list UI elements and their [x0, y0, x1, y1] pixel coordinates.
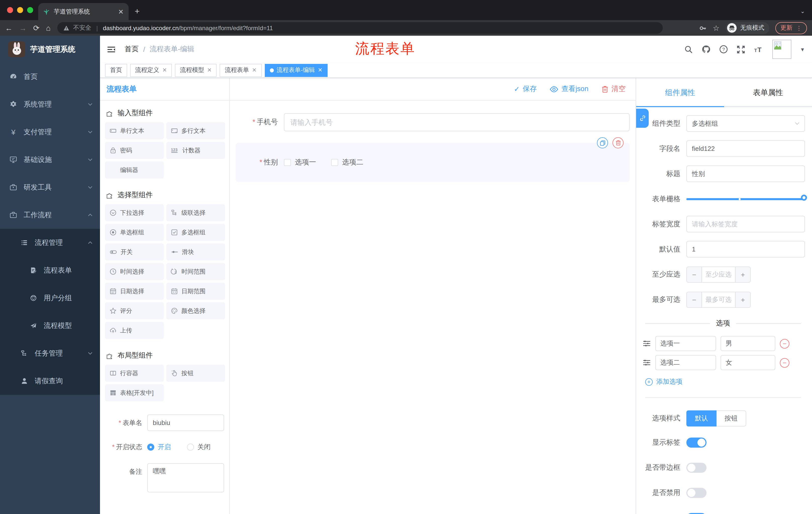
chip-single-line-text[interactable]: 单行文本: [105, 122, 164, 139]
title-input[interactable]: [686, 165, 805, 182]
chip-table[interactable]: 表格[开发中]: [105, 384, 164, 401]
chip-time-select[interactable]: 时间选择: [105, 263, 164, 280]
avatar-caret-icon[interactable]: ▼: [800, 47, 805, 52]
chip-multi-line-text[interactable]: 多行文本: [166, 122, 225, 139]
option2-label-input[interactable]: [655, 355, 716, 370]
save-button[interactable]: ✓ 保存: [514, 84, 536, 93]
status-off-label[interactable]: 关闭: [198, 442, 210, 452]
tag-process-model[interactable]: 流程模型 ✕: [175, 64, 216, 77]
chip-radio-group[interactable]: 单选框组: [105, 224, 164, 241]
style-button-button[interactable]: 按钮: [717, 410, 746, 426]
tag-process-form-edit[interactable]: 流程表单-编辑 ✕: [265, 64, 327, 77]
sidebar-item-user-group[interactable]: 用户分组: [0, 284, 100, 312]
status-on-radio[interactable]: [147, 443, 154, 451]
chip-switch[interactable]: 开关: [105, 243, 164, 261]
chip-date-select[interactable]: 日期选择: [105, 283, 164, 300]
sidebar-item-payment[interactable]: ¥ 支付管理: [0, 118, 100, 146]
chip-counter[interactable]: 123 计数器: [166, 142, 225, 159]
component-type-select[interactable]: 多选框组: [686, 115, 805, 132]
tag-close-icon[interactable]: ✕: [162, 67, 167, 74]
zoom-window-button[interactable]: [27, 7, 33, 13]
tag-close-icon[interactable]: ✕: [207, 67, 211, 74]
decrease-button[interactable]: −: [687, 292, 702, 307]
add-option-button[interactable]: + 添加选项: [645, 377, 805, 386]
browser-tab[interactable]: 芋道管理系统 ✕: [38, 3, 128, 20]
minimize-window-button[interactable]: [17, 7, 23, 13]
view-json-button[interactable]: 查看json: [550, 84, 588, 93]
slider-handle[interactable]: [801, 194, 807, 200]
tag-process-form[interactable]: 流程表单 ✕: [220, 64, 262, 77]
tag-process-definition[interactable]: 流程定义 ✕: [130, 64, 172, 77]
help-icon[interactable]: ?: [719, 45, 728, 54]
copy-widget-button[interactable]: [597, 137, 608, 148]
chip-checkbox-group[interactable]: 多选框组: [166, 224, 225, 241]
font-size-icon[interactable]: TT: [754, 45, 764, 53]
sidebar-item-process-model[interactable]: 流程模型: [0, 312, 100, 340]
remove-option-button[interactable]: −: [780, 339, 789, 348]
password-key-icon[interactable]: [699, 24, 707, 32]
chip-slider[interactable]: 滑块: [166, 243, 225, 261]
address-bar[interactable]: 不安全 | dashboard.yudao.iocoder.cn/bpm/man…: [57, 22, 663, 34]
sidebar-item-process-form[interactable]: 流程表单: [0, 256, 100, 284]
close-window-button[interactable]: [7, 7, 13, 13]
max-select-placeholder[interactable]: 最多可选: [702, 292, 735, 307]
sidebar-item-devtools[interactable]: 研发工具: [0, 173, 100, 201]
chip-dropdown-select[interactable]: 下拉选择: [105, 204, 164, 221]
chip-color-picker[interactable]: 颜色选择: [166, 302, 225, 319]
style-default-button[interactable]: 默认: [686, 410, 717, 426]
status-off-radio[interactable]: [187, 443, 194, 451]
chip-time-range[interactable]: 时间范围: [166, 263, 225, 280]
collapse-sidebar-icon[interactable]: [107, 46, 116, 53]
form-name-input[interactable]: [147, 414, 224, 431]
min-select-placeholder[interactable]: 至少应选: [702, 267, 735, 282]
drag-handle-icon[interactable]: [643, 359, 651, 366]
chip-date-range[interactable]: 日期范围: [166, 283, 225, 300]
tag-home[interactable]: 首页: [105, 64, 127, 77]
chip-upload[interactable]: 上传: [105, 322, 164, 339]
window-controls[interactable]: [7, 7, 33, 13]
disabled-switch[interactable]: [686, 488, 706, 498]
default-value-input[interactable]: [686, 241, 805, 258]
home-icon[interactable]: ⌂: [46, 24, 51, 32]
update-button[interactable]: 更新 ⋮: [775, 22, 807, 34]
tab-search-chevron-icon[interactable]: ⌄: [801, 8, 805, 15]
gender-option2-label[interactable]: 选项二: [342, 158, 363, 167]
increase-button[interactable]: +: [735, 292, 750, 307]
fullscreen-icon[interactable]: [736, 45, 745, 54]
increase-button[interactable]: +: [735, 267, 750, 282]
tab-form-props[interactable]: 表单属性: [724, 78, 812, 107]
chip-button[interactable]: 按钮: [166, 364, 225, 382]
breadcrumb-home[interactable]: 首页: [125, 45, 139, 54]
github-icon[interactable]: [701, 45, 710, 54]
search-icon[interactable]: [685, 45, 693, 54]
user-avatar[interactable]: [772, 40, 791, 59]
reload-icon[interactable]: ⟳: [33, 24, 39, 32]
sidebar-item-process-mgmt[interactable]: 流程管理: [0, 229, 100, 256]
tab-component-props[interactable]: 组件属性: [636, 78, 724, 107]
gender-option2-checkbox[interactable]: [331, 159, 338, 166]
browser-menu-dots-icon[interactable]: ⋮: [796, 24, 802, 31]
sidebar-item-infra[interactable]: 基础设施: [0, 146, 100, 173]
border-switch[interactable]: [686, 463, 706, 473]
sidebar-item-home[interactable]: 首页: [0, 63, 100, 90]
label-width-input[interactable]: [686, 216, 805, 232]
chip-password[interactable]: 密码: [105, 142, 164, 159]
tab-close-icon[interactable]: ✕: [118, 8, 124, 15]
selected-widget-gender[interactable]: *性别 选项一 选项二: [236, 143, 630, 182]
drag-handle-icon[interactable]: [643, 340, 651, 347]
chip-row-container[interactable]: 行容器: [105, 364, 164, 382]
sidebar-item-workflow[interactable]: 工作流程: [0, 201, 100, 229]
data-link-tag[interactable]: [636, 109, 649, 128]
decrease-button[interactable]: −: [687, 267, 702, 282]
delete-widget-button[interactable]: [612, 137, 624, 148]
required-switch[interactable]: [686, 513, 706, 514]
chip-cascade-select[interactable]: 级联选择: [166, 204, 225, 221]
chip-editor[interactable]: 编辑器: [105, 161, 164, 179]
new-tab-button[interactable]: +: [135, 6, 140, 17]
back-icon[interactable]: ←: [5, 24, 12, 32]
bookmark-star-icon[interactable]: ☆: [713, 24, 720, 32]
option1-label-input[interactable]: [655, 336, 716, 351]
sidebar-item-leave-query[interactable]: 请假查询: [0, 367, 100, 395]
tag-close-icon[interactable]: ✕: [318, 67, 322, 74]
remove-option-button[interactable]: −: [780, 358, 789, 368]
